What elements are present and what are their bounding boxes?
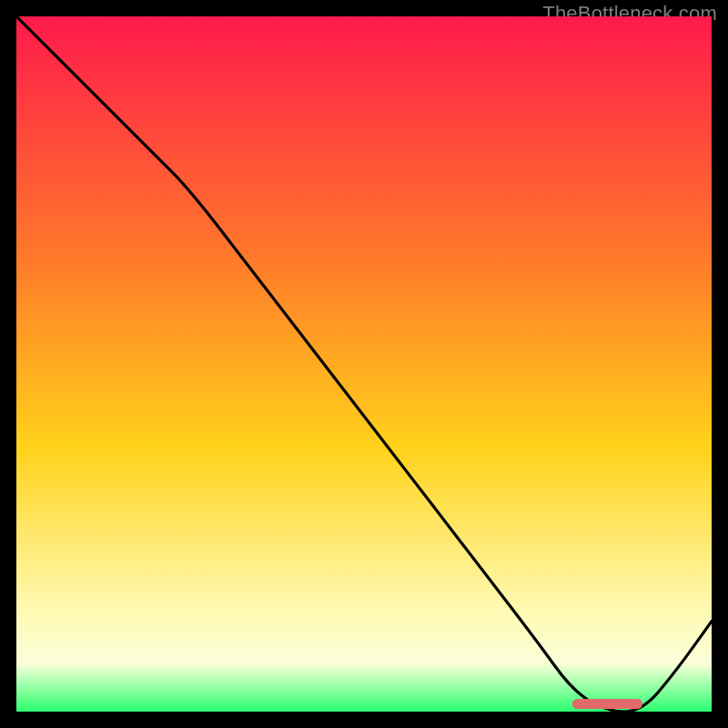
- chart-frame: TheBottleneck.com: [16, 16, 712, 712]
- optimal-range-marker: [572, 699, 642, 709]
- bottleneck-chart: [16, 16, 712, 712]
